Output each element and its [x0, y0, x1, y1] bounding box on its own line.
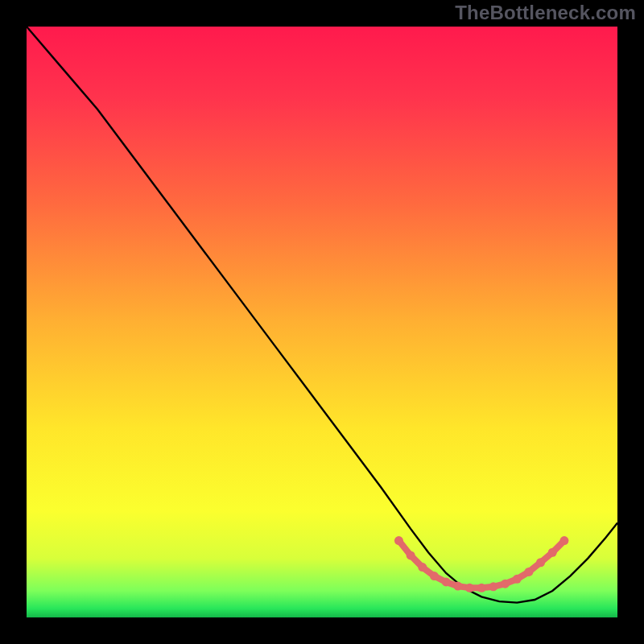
marker-dot: [442, 577, 451, 586]
marker-dot: [465, 584, 474, 592]
marker-dot: [407, 551, 415, 559]
marker-dot: [513, 575, 522, 584]
watermark-text: TheBottleneck.com: [455, 2, 636, 24]
plot-svg: [0, 0, 644, 644]
gradient-background: [27, 27, 617, 617]
marker-dot: [501, 580, 510, 588]
marker-dot: [489, 582, 497, 591]
marker-dot: [524, 568, 533, 576]
marker-dot: [559, 536, 568, 545]
chart-frame: TheBottleneck.com: [0, 0, 644, 644]
marker-dot: [477, 584, 486, 592]
marker-dot: [418, 563, 427, 572]
marker-dot: [430, 572, 439, 580]
marker-dot: [536, 558, 545, 567]
marker-dot: [453, 582, 462, 591]
marker-dot: [394, 536, 403, 545]
marker-dot: [548, 548, 557, 557]
